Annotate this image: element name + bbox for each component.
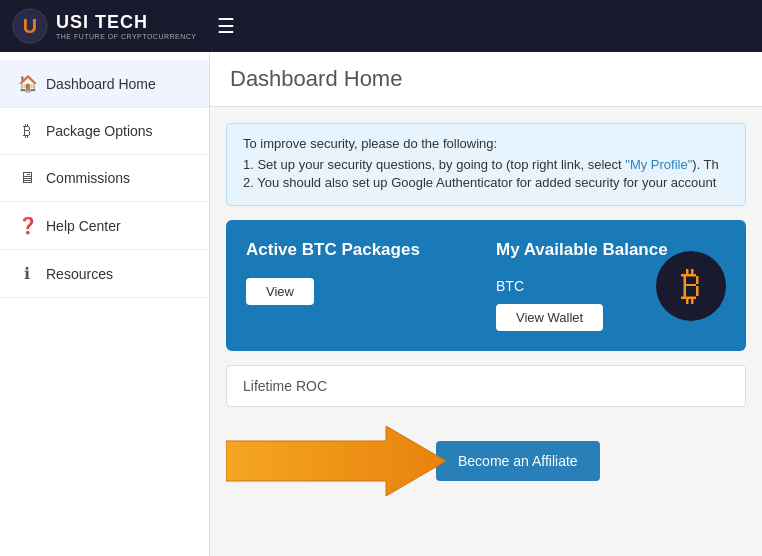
sidebar-label-help-center: Help Center	[46, 218, 121, 234]
main-layout: 🏠 Dashboard Home ₿ Package Options 🖥 Com…	[0, 52, 762, 556]
logo-text: USI TECH THE FUTURE OF CRYPTOCURRENCY	[56, 12, 197, 40]
info-icon: ℹ	[18, 264, 36, 283]
lifetime-roc-row: Lifetime ROC	[226, 365, 746, 407]
home-icon: 🏠	[18, 74, 36, 93]
active-btc-label: Active BTC Packages	[246, 240, 476, 260]
security-notice: To improve security, please do the follo…	[226, 123, 746, 206]
sidebar-label-package-options: Package Options	[46, 123, 153, 139]
main-content: Dashboard Home To improve security, plea…	[210, 52, 762, 556]
bitcoin-icon: ₿	[18, 122, 36, 140]
affiliate-row: Become an Affiliate	[226, 421, 746, 501]
my-profile-link[interactable]: "My Profile"	[625, 157, 692, 172]
sidebar: 🏠 Dashboard Home ₿ Package Options 🖥 Com…	[0, 52, 210, 556]
sidebar-item-commissions[interactable]: 🖥 Commissions	[0, 155, 209, 202]
sidebar-label-commissions: Commissions	[46, 170, 130, 186]
monitor-icon: 🖥	[18, 169, 36, 187]
sidebar-label-dashboard-home: Dashboard Home	[46, 76, 156, 92]
brand-name: USI TECH	[56, 12, 197, 33]
hamburger-menu[interactable]: ☰	[217, 14, 235, 38]
sidebar-item-dashboard-home[interactable]: 🏠 Dashboard Home	[0, 60, 209, 108]
content-body: To improve security, please do the follo…	[210, 107, 762, 517]
security-notice-item2: 2. You should also set up Google Authent…	[243, 175, 729, 190]
bitcoin-logo: ₿	[656, 251, 726, 321]
become-affiliate-button[interactable]: Become an Affiliate	[436, 441, 600, 481]
sidebar-item-package-options[interactable]: ₿ Package Options	[0, 108, 209, 155]
view-wallet-button[interactable]: View Wallet	[496, 304, 603, 331]
brand-tagline: THE FUTURE OF CRYPTOCURRENCY	[56, 33, 197, 40]
orange-arrow-icon	[226, 421, 446, 501]
security-notice-item1: 1. Set up your security questions, by go…	[243, 157, 729, 172]
active-btc-section: Active BTC Packages View	[246, 240, 476, 305]
sidebar-label-resources: Resources	[46, 266, 113, 282]
lifetime-roc-label: Lifetime ROC	[243, 378, 327, 394]
svg-marker-2	[226, 426, 446, 496]
sidebar-item-resources[interactable]: ℹ Resources	[0, 250, 209, 298]
question-icon: ❓	[18, 216, 36, 235]
logo-area: U USI TECH THE FUTURE OF CRYPTOCURRENCY	[12, 8, 197, 44]
content-header: Dashboard Home	[210, 52, 762, 107]
btc-card: Active BTC Packages View My Available Ba…	[226, 220, 746, 351]
page-title: Dashboard Home	[230, 66, 742, 92]
security-notice-heading: To improve security, please do the follo…	[243, 136, 729, 151]
logo-icon: U	[12, 8, 48, 44]
sidebar-item-help-center[interactable]: ❓ Help Center	[0, 202, 209, 250]
top-bar: U USI TECH THE FUTURE OF CRYPTOCURRENCY …	[0, 0, 762, 52]
view-button[interactable]: View	[246, 278, 314, 305]
svg-text:U: U	[23, 15, 37, 37]
